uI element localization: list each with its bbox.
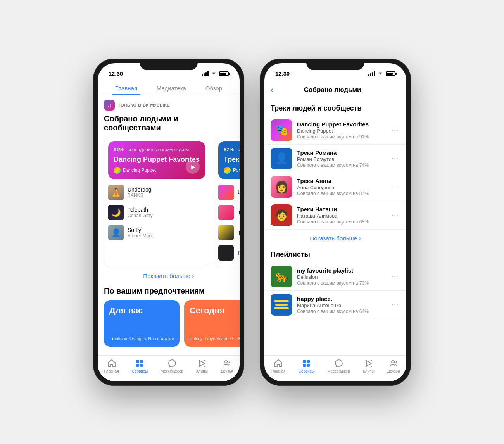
svg-point-11 [395,361,397,363]
nav-home[interactable]: Главная [104,359,119,373]
card-match-label: 91% · совпадение с вашим вкусом [114,147,200,152]
track-item-telepath[interactable]: 🌙 Telepath Conan Gray [108,202,205,223]
signal-bars [202,71,209,76]
track-thumb-telepath: 🌙 [108,205,124,220]
pref-card-for-you-title: Для вас [109,306,174,316]
phone-2-bottom-nav: Главная Сервисы [264,355,406,381]
phone-2-screen: 12:30 [264,63,406,381]
track-item-softly[interactable]: 👤 Softly Amber Mark [108,223,205,243]
playlist-item-fav[interactable]: 🐆 my favourite playlist Dellusion Совпал… [264,263,406,291]
playlist-item-puppet[interactable]: 🎭 Dancing Puppet Favorites Dancing Puppe… [264,116,406,145]
nav2-home-label: Главная [271,369,286,373]
playlist-thumb-happy [271,294,292,316]
more-dots-roman[interactable]: ··· [390,154,400,162]
phone-1-notch [140,59,198,70]
phone-2-content: ‹ Собрано людьми Треки людей и сообществ… [264,80,406,381]
tab-home[interactable]: Главная [112,83,140,93]
playlist-info-anna: Треки Анны Анна Сунгурова Совпало с ваши… [297,178,385,196]
nav-friends[interactable]: Друзья [221,359,233,373]
card-title-2: Треки Ро [224,155,240,164]
more-dots-anna[interactable]: ··· [390,183,400,191]
nav-services[interactable]: Сервисы [132,359,148,373]
wifi-icon-2 [378,71,383,76]
tab-browse[interactable]: Обзор [202,83,225,93]
play-button[interactable] [186,160,200,174]
phones-container: 12:30 [93,39,411,405]
pref-card-for-you[interactable]: Для вас Emotional Oranges, Nao и другие [104,300,180,347]
more-dots-fav[interactable]: ··· [390,272,400,280]
card-left: 91% · совпадение с вашим вкусом Dancing … [104,137,209,268]
nav-clips-label: Клипы [196,369,208,373]
pref-card-today[interactable]: Сегодня Halsey, Troye Sivan, The Kid LAR… [184,300,240,347]
nav-messenger[interactable]: Мессенджер [161,359,183,373]
track-item-2-2[interactable]: Th [218,202,240,223]
battery-icon-2 [386,71,395,76]
tab-library[interactable]: Медиатека [154,83,189,93]
show-more-2[interactable]: Показать больше [264,230,406,247]
svg-rect-0 [136,360,139,363]
track-info-2-2: Th [238,209,240,216]
more-dots-natasha[interactable]: ··· [390,211,400,219]
nav-clips[interactable]: Клипы [196,359,208,373]
track-thumb-2-1 [218,185,234,200]
pref-card-today-title: Сегодня [190,306,240,316]
detail-section1-title: Треки людей и сообществ [264,101,406,116]
nav2-friends-label: Друзья [387,369,400,373]
track-item-2-3[interactable]: Th [218,223,240,243]
card-author-avatar-2 [224,167,231,174]
messenger-icon-2 [334,359,343,368]
track-info-2-3: Th [238,230,240,236]
clips-icon-2 [364,359,373,368]
playlist-item-natasha[interactable]: 🧑 Треки Наташи Наташа Алимова Совпало с … [264,201,406,230]
phone-2: 12:30 [260,59,411,386]
more-dots-puppet[interactable]: ··· [390,126,400,134]
playlist-info-happy: happy place. Марина Антоненко Совпало с … [297,295,385,314]
nav2-messenger[interactable]: Мессенджер [327,359,350,373]
track-item-underdog[interactable]: 🧘 Underdog BANKS [108,182,205,202]
playlist-thumb-anna: 👩 [271,176,292,198]
nav2-clips[interactable]: Клипы [363,359,375,373]
friends-icon-2 [389,359,398,368]
nav2-friends[interactable]: Друзья [387,359,400,373]
home-icon-2 [274,359,283,368]
pref-card-today-subtitle: Halsey, Troye Sivan, The Kid LAROI и др [190,336,240,341]
detail-section2-title: Плейлисты [264,247,406,263]
nav-services-label: Сервисы [132,369,148,373]
big-card-roman[interactable]: 87% · совпа Треки Ро Роман Б [218,141,240,180]
nav-home-label: Главная [104,369,119,373]
playlist-info-fav: my favourite playlist Dellusion Совпало … [297,267,385,286]
phone-1-status-icons [202,71,229,76]
messenger-icon [167,359,177,368]
track-item-2-4[interactable]: I'm [218,243,240,263]
track-info-2-1: Un [238,189,240,195]
nav2-services-label: Сервисы [299,369,314,373]
playlist-item-anna[interactable]: 👩 Треки Анны Анна Сунгурова Совпало с ва… [264,173,406,201]
track-info-2-4: I'm [238,250,240,256]
nav2-home[interactable]: Главная [271,359,286,373]
wifi-icon [211,71,217,76]
nav-messenger-label: Мессенджер [161,369,183,373]
back-button[interactable]: ‹ [271,83,276,97]
friends-icon [222,359,231,368]
track-info-softly: Softly Amber Mark [128,227,205,238]
svg-rect-2 [136,364,139,367]
track-info-underdog: Underdog BANKS [128,187,205,198]
home-icon [107,359,116,368]
nav2-messenger-label: Мессенджер [327,369,350,373]
nav-friends-label: Друзья [221,369,233,373]
section1-title: Собрано людьми и сообществами [98,113,240,137]
phone-2-status-icons [368,71,395,76]
playlist-info-puppet: Dancing Puppet Favorites Dancing Puppet … [297,121,385,140]
show-more-1[interactable]: Показать больше [98,267,240,285]
phone-1-scroll[interactable]: ♫ ТОЛЬКО В ВК МУЗЫКЕ Собрано людьми и со… [98,95,240,355]
big-card-puppet[interactable]: 91% · совпадение с вашим вкусом Dancing … [108,141,205,180]
svg-point-4 [225,361,227,363]
track-item-2-1[interactable]: Un [218,182,240,202]
nav2-services[interactable]: Сервисы [299,359,314,373]
playlist-item-roman[interactable]: 👤 Треки Романа Роман Богаутов Совпало с … [264,145,406,173]
svg-point-5 [228,361,230,363]
playlist-thumb-puppet: 🎭 [271,119,292,141]
phone-2-scroll[interactable]: Треки людей и сообществ 🎭 Dancing Puppet… [264,101,406,355]
playlist-item-happy[interactable]: happy place. Марина Антоненко Совпало с … [264,291,406,319]
more-dots-happy[interactable]: ··· [390,301,400,309]
